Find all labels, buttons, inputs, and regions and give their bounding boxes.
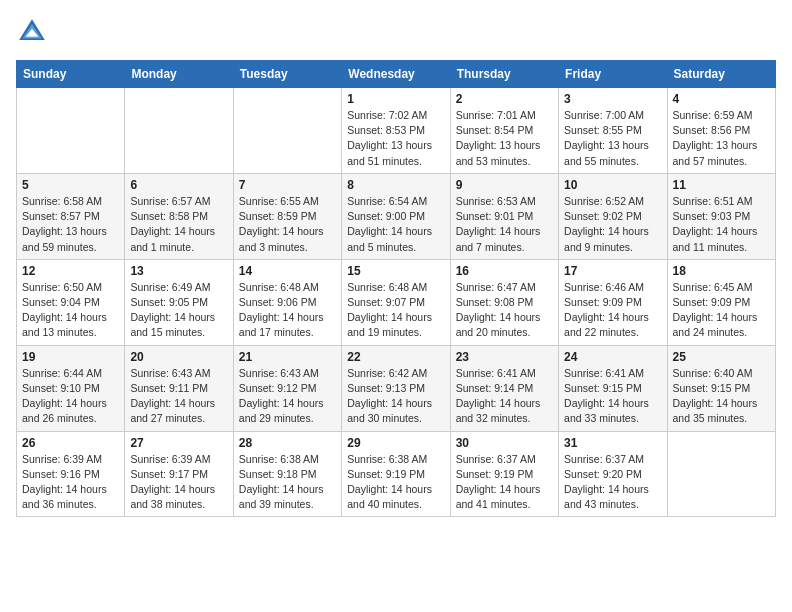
day-info: Sunrise: 7:01 AMSunset: 8:54 PMDaylight:… [456, 108, 553, 169]
calendar-cell: 30Sunrise: 6:37 AMSunset: 9:19 PMDayligh… [450, 431, 558, 517]
calendar-week-row: 12Sunrise: 6:50 AMSunset: 9:04 PMDayligh… [17, 259, 776, 345]
day-number: 30 [456, 436, 553, 450]
calendar-cell: 21Sunrise: 6:43 AMSunset: 9:12 PMDayligh… [233, 345, 341, 431]
calendar-cell: 11Sunrise: 6:51 AMSunset: 9:03 PMDayligh… [667, 173, 775, 259]
day-of-week-header: Tuesday [233, 61, 341, 88]
day-number: 11 [673, 178, 770, 192]
calendar-cell: 1Sunrise: 7:02 AMSunset: 8:53 PMDaylight… [342, 88, 450, 174]
day-info: Sunrise: 6:59 AMSunset: 8:56 PMDaylight:… [673, 108, 770, 169]
calendar-cell: 29Sunrise: 6:38 AMSunset: 9:19 PMDayligh… [342, 431, 450, 517]
day-info: Sunrise: 6:49 AMSunset: 9:05 PMDaylight:… [130, 280, 227, 341]
calendar-cell: 16Sunrise: 6:47 AMSunset: 9:08 PMDayligh… [450, 259, 558, 345]
calendar-cell: 31Sunrise: 6:37 AMSunset: 9:20 PMDayligh… [559, 431, 667, 517]
day-number: 3 [564, 92, 661, 106]
day-info: Sunrise: 6:54 AMSunset: 9:00 PMDaylight:… [347, 194, 444, 255]
calendar-cell [17, 88, 125, 174]
calendar-cell: 8Sunrise: 6:54 AMSunset: 9:00 PMDaylight… [342, 173, 450, 259]
day-number: 12 [22, 264, 119, 278]
calendar-cell: 4Sunrise: 6:59 AMSunset: 8:56 PMDaylight… [667, 88, 775, 174]
day-info: Sunrise: 6:58 AMSunset: 8:57 PMDaylight:… [22, 194, 119, 255]
day-info: Sunrise: 6:53 AMSunset: 9:01 PMDaylight:… [456, 194, 553, 255]
calendar-cell [125, 88, 233, 174]
day-info: Sunrise: 6:48 AMSunset: 9:06 PMDaylight:… [239, 280, 336, 341]
logo [16, 16, 52, 48]
day-info: Sunrise: 6:41 AMSunset: 9:15 PMDaylight:… [564, 366, 661, 427]
day-number: 18 [673, 264, 770, 278]
day-info: Sunrise: 6:42 AMSunset: 9:13 PMDaylight:… [347, 366, 444, 427]
calendar-cell: 26Sunrise: 6:39 AMSunset: 9:16 PMDayligh… [17, 431, 125, 517]
calendar-cell: 19Sunrise: 6:44 AMSunset: 9:10 PMDayligh… [17, 345, 125, 431]
day-info: Sunrise: 6:44 AMSunset: 9:10 PMDaylight:… [22, 366, 119, 427]
day-number: 22 [347, 350, 444, 364]
calendar-cell: 14Sunrise: 6:48 AMSunset: 9:06 PMDayligh… [233, 259, 341, 345]
day-info: Sunrise: 6:51 AMSunset: 9:03 PMDaylight:… [673, 194, 770, 255]
calendar-cell: 12Sunrise: 6:50 AMSunset: 9:04 PMDayligh… [17, 259, 125, 345]
calendar-week-row: 26Sunrise: 6:39 AMSunset: 9:16 PMDayligh… [17, 431, 776, 517]
calendar-week-row: 5Sunrise: 6:58 AMSunset: 8:57 PMDaylight… [17, 173, 776, 259]
day-of-week-header: Thursday [450, 61, 558, 88]
day-info: Sunrise: 6:41 AMSunset: 9:14 PMDaylight:… [456, 366, 553, 427]
day-number: 31 [564, 436, 661, 450]
calendar-cell: 20Sunrise: 6:43 AMSunset: 9:11 PMDayligh… [125, 345, 233, 431]
day-number: 14 [239, 264, 336, 278]
calendar-cell: 25Sunrise: 6:40 AMSunset: 9:15 PMDayligh… [667, 345, 775, 431]
calendar-cell: 28Sunrise: 6:38 AMSunset: 9:18 PMDayligh… [233, 431, 341, 517]
day-number: 19 [22, 350, 119, 364]
day-info: Sunrise: 7:00 AMSunset: 8:55 PMDaylight:… [564, 108, 661, 169]
day-number: 26 [22, 436, 119, 450]
day-info: Sunrise: 6:43 AMSunset: 9:11 PMDaylight:… [130, 366, 227, 427]
day-number: 28 [239, 436, 336, 450]
day-info: Sunrise: 6:47 AMSunset: 9:08 PMDaylight:… [456, 280, 553, 341]
calendar-header-row: SundayMondayTuesdayWednesdayThursdayFrid… [17, 61, 776, 88]
calendar-cell: 10Sunrise: 6:52 AMSunset: 9:02 PMDayligh… [559, 173, 667, 259]
day-number: 17 [564, 264, 661, 278]
day-info: Sunrise: 6:39 AMSunset: 9:16 PMDaylight:… [22, 452, 119, 513]
day-of-week-header: Wednesday [342, 61, 450, 88]
day-number: 23 [456, 350, 553, 364]
day-info: Sunrise: 6:46 AMSunset: 9:09 PMDaylight:… [564, 280, 661, 341]
logo-icon [16, 16, 48, 48]
day-number: 20 [130, 350, 227, 364]
calendar-cell: 27Sunrise: 6:39 AMSunset: 9:17 PMDayligh… [125, 431, 233, 517]
day-number: 8 [347, 178, 444, 192]
day-info: Sunrise: 6:38 AMSunset: 9:18 PMDaylight:… [239, 452, 336, 513]
day-info: Sunrise: 6:52 AMSunset: 9:02 PMDaylight:… [564, 194, 661, 255]
calendar-cell [233, 88, 341, 174]
day-info: Sunrise: 6:45 AMSunset: 9:09 PMDaylight:… [673, 280, 770, 341]
day-of-week-header: Sunday [17, 61, 125, 88]
calendar-cell: 6Sunrise: 6:57 AMSunset: 8:58 PMDaylight… [125, 173, 233, 259]
day-info: Sunrise: 6:43 AMSunset: 9:12 PMDaylight:… [239, 366, 336, 427]
calendar-cell: 5Sunrise: 6:58 AMSunset: 8:57 PMDaylight… [17, 173, 125, 259]
calendar-cell: 13Sunrise: 6:49 AMSunset: 9:05 PMDayligh… [125, 259, 233, 345]
calendar-cell [667, 431, 775, 517]
day-number: 9 [456, 178, 553, 192]
calendar-cell: 9Sunrise: 6:53 AMSunset: 9:01 PMDaylight… [450, 173, 558, 259]
day-number: 7 [239, 178, 336, 192]
day-number: 16 [456, 264, 553, 278]
day-info: Sunrise: 6:37 AMSunset: 9:19 PMDaylight:… [456, 452, 553, 513]
calendar-cell: 2Sunrise: 7:01 AMSunset: 8:54 PMDaylight… [450, 88, 558, 174]
day-info: Sunrise: 6:38 AMSunset: 9:19 PMDaylight:… [347, 452, 444, 513]
day-number: 6 [130, 178, 227, 192]
day-info: Sunrise: 6:57 AMSunset: 8:58 PMDaylight:… [130, 194, 227, 255]
day-of-week-header: Monday [125, 61, 233, 88]
calendar-week-row: 19Sunrise: 6:44 AMSunset: 9:10 PMDayligh… [17, 345, 776, 431]
calendar-cell: 23Sunrise: 6:41 AMSunset: 9:14 PMDayligh… [450, 345, 558, 431]
day-number: 29 [347, 436, 444, 450]
calendar-cell: 3Sunrise: 7:00 AMSunset: 8:55 PMDaylight… [559, 88, 667, 174]
page-header [16, 16, 776, 48]
day-of-week-header: Friday [559, 61, 667, 88]
calendar-table: SundayMondayTuesdayWednesdayThursdayFrid… [16, 60, 776, 517]
day-of-week-header: Saturday [667, 61, 775, 88]
calendar-cell: 7Sunrise: 6:55 AMSunset: 8:59 PMDaylight… [233, 173, 341, 259]
day-info: Sunrise: 6:40 AMSunset: 9:15 PMDaylight:… [673, 366, 770, 427]
day-info: Sunrise: 6:50 AMSunset: 9:04 PMDaylight:… [22, 280, 119, 341]
day-number: 25 [673, 350, 770, 364]
calendar-cell: 24Sunrise: 6:41 AMSunset: 9:15 PMDayligh… [559, 345, 667, 431]
day-number: 1 [347, 92, 444, 106]
day-info: Sunrise: 6:37 AMSunset: 9:20 PMDaylight:… [564, 452, 661, 513]
day-number: 13 [130, 264, 227, 278]
day-number: 5 [22, 178, 119, 192]
day-number: 2 [456, 92, 553, 106]
day-number: 21 [239, 350, 336, 364]
